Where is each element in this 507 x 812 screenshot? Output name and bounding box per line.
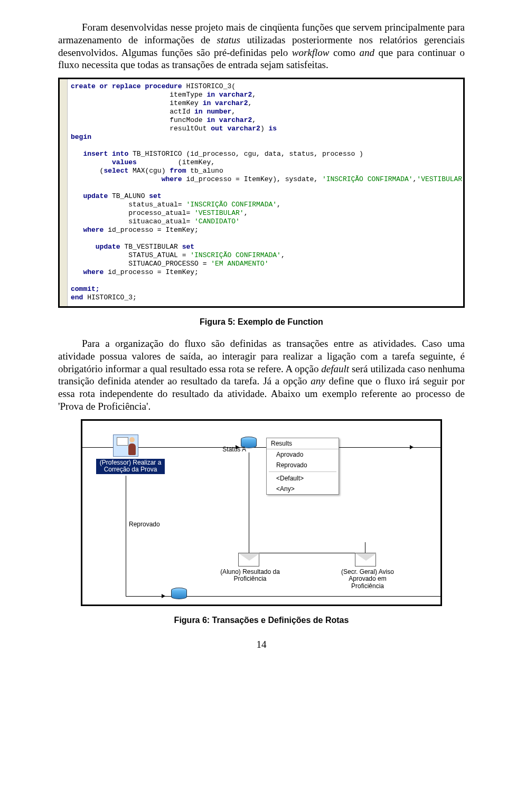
paragraph-2: Para a organização do fluxo são definida…	[58, 337, 465, 413]
p2-d: any	[311, 375, 325, 386]
reprovado-label: Reprovado	[129, 521, 160, 528]
selected-node-label: (Professor) Realizar aCorreção da Prova	[96, 459, 165, 475]
envelope-icon	[355, 553, 376, 566]
p1-e: como	[330, 47, 360, 58]
menu-item-default[interactable]: <Default>	[267, 473, 339, 484]
menu-item-reprovado[interactable]: Reprovado	[267, 460, 339, 470]
code-body: create or replace procedure HISTORICO_3(…	[68, 79, 463, 306]
p2-b: default	[321, 363, 349, 374]
menu-item-any[interactable]: <Any>	[267, 484, 339, 494]
figure-5-caption: Figura 5: Exemplo de Function	[58, 317, 465, 327]
arrow-icon	[410, 445, 414, 449]
code-gutter	[60, 79, 68, 306]
results-menu[interactable]: Results Aprovado Reprovado <Default> <An…	[266, 438, 339, 495]
p1-f: and	[360, 47, 375, 58]
aluno-label: (Aluno) Resultado daProficiência	[217, 569, 283, 583]
p1-d: workflow	[292, 47, 330, 58]
code-figure: create or replace procedure HISTORICO_3(…	[58, 78, 465, 308]
figure-6-caption: Figura 6: Transações e Definições de Rot…	[58, 616, 465, 625]
secr-label: (Secr. Geral) AvisoAprovado emProficiênc…	[336, 569, 399, 590]
teacher-icon	[113, 435, 138, 457]
menu-item-aprovado[interactable]: Aprovado	[267, 449, 339, 460]
database-icon	[171, 588, 187, 599]
p1-b: status	[217, 34, 240, 45]
page-number: 14	[58, 639, 465, 650]
envelope-icon	[238, 553, 259, 566]
status-label: Status A	[220, 446, 246, 454]
menu-header: Results	[267, 438, 339, 449]
paragraph-1: Foram desenvolvidas nesse projeto mais d…	[58, 21, 465, 71]
arrow-icon	[162, 594, 165, 598]
workflow-figure: (Professor) Realizar aCorreção da Prova …	[81, 419, 442, 606]
